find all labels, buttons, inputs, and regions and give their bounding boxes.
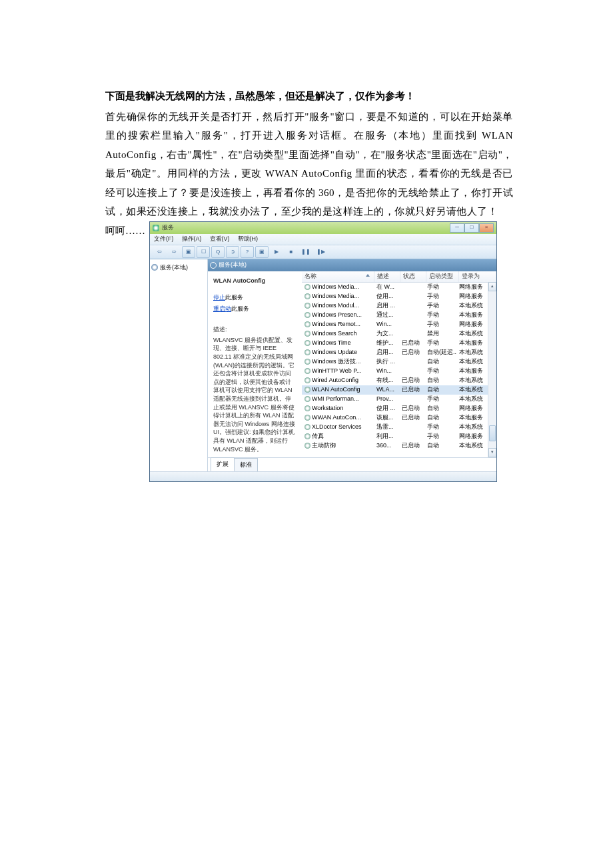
service-status: 已启动 — [399, 384, 424, 395]
restart-link[interactable]: 重启动 — [213, 305, 231, 312]
selected-service-name: WLAN AutoConfig — [213, 275, 297, 287]
gear-icon — [305, 377, 310, 383]
forward-button[interactable]: ⇨ — [167, 246, 181, 258]
menu-bar: 文件(F) 操作(A) 查看(V) 帮助(H) — [150, 234, 496, 245]
gear-icon — [305, 321, 310, 327]
gear-icon — [305, 312, 310, 318]
service-info-panel: WLAN AutoConfig 停止此服务 重启动此服务 描述: WLANSVC… — [208, 271, 302, 458]
scroll-up-button[interactable]: ▴ — [488, 282, 496, 291]
tree-pane: 服务(本地) — [150, 259, 208, 472]
restart-button[interactable]: ❚▶ — [314, 246, 327, 258]
export-button[interactable]: ➲ — [226, 246, 239, 258]
window-title: 服务 — [162, 222, 174, 233]
gear-icon — [305, 349, 310, 355]
gear-icon — [305, 340, 310, 346]
gear-icon — [305, 396, 310, 402]
back-button[interactable]: ⇦ — [153, 246, 166, 258]
right-header-label: 服务(本地) — [219, 259, 247, 271]
gear-icon — [305, 368, 310, 374]
services-window: 服务 ─ □ × 文件(F) 操作(A) 查看(V) 帮助(H) ⇦ ⇨ — [149, 221, 497, 483]
gear-icon — [305, 359, 310, 365]
help-button[interactable]: ? — [241, 246, 254, 258]
link-suffix: 此服务 — [225, 294, 243, 301]
link-suffix: 此服务 — [231, 305, 249, 312]
col-status[interactable]: 状态 — [400, 271, 426, 282]
toolbar-icon[interactable]: ☐ — [197, 246, 210, 258]
service-name: 主动防御 — [312, 440, 336, 451]
stop-button[interactable]: ■ — [285, 246, 298, 258]
menu-action[interactable]: 操作(A) — [182, 233, 202, 245]
tab-standard[interactable]: 标准 — [234, 458, 258, 471]
service-desc: 360... — [374, 440, 399, 451]
service-startup: 自动 — [424, 440, 456, 451]
gear-icon — [305, 284, 310, 290]
service-status: 已启动 — [399, 440, 424, 451]
menu-view[interactable]: 查看(V) — [210, 233, 230, 245]
scroll-thumb[interactable] — [489, 425, 496, 441]
toolbar-icon[interactable]: ▣ — [182, 246, 195, 258]
gear-icon — [305, 303, 310, 309]
scroll-down-button[interactable]: ▾ — [488, 448, 496, 457]
gear-icon — [305, 331, 310, 337]
tab-bar: 扩展 标准 — [208, 457, 496, 471]
vertical-scrollbar[interactable]: ▴ ▾ — [488, 282, 496, 458]
list-header: 名称 描述 状态 启动类型 登录为 — [302, 271, 496, 283]
pause-button[interactable]: ❚❚ — [299, 246, 312, 258]
toolbar-icon[interactable]: ▣ — [255, 246, 269, 258]
tree-item-services-local[interactable]: 服务(本地) — [151, 262, 206, 273]
gear-icon — [305, 443, 310, 449]
gear-icon — [305, 387, 310, 393]
tree-label: 服务(本地) — [160, 262, 188, 273]
refresh-button[interactable]: Q — [211, 246, 225, 258]
menu-help[interactable]: 帮助(H) — [238, 233, 259, 245]
col-desc[interactable]: 描述 — [374, 271, 400, 282]
description-label: 描述: — [213, 324, 297, 335]
right-header: 服务(本地) — [208, 259, 496, 271]
window-titlebar[interactable]: 服务 ─ □ × — [150, 222, 496, 234]
gear-icon — [305, 415, 310, 421]
doc-title: 下面是我解决无线网的方法，虽然愚笨，但还是解决了，仅作为参考！ — [105, 87, 513, 106]
col-name[interactable]: 名称 — [302, 271, 374, 282]
col-logon[interactable]: 登录为 — [459, 271, 496, 282]
tab-extended[interactable]: 扩展 — [211, 457, 235, 471]
close-button[interactable]: × — [479, 223, 494, 233]
service-status: 已启动 — [399, 347, 424, 358]
service-list: 名称 描述 状态 启动类型 登录为 Windows Media...在 W...… — [302, 271, 496, 458]
start-button[interactable]: ▶ — [270, 246, 283, 258]
minimize-button[interactable]: ─ — [450, 223, 464, 233]
gear-icon — [305, 405, 310, 411]
gear-icon — [305, 293, 310, 299]
sort-asc-icon — [366, 274, 370, 277]
service-status: 已启动 — [399, 412, 424, 423]
menu-file[interactable]: 文件(F) — [154, 233, 174, 245]
doc-body: 首先确保你的无线开关是否打开，然后打开"服务"窗口，要是不知道的，可以在开始菜单… — [105, 107, 513, 221]
status-bar — [150, 471, 496, 481]
maximize-button[interactable]: □ — [464, 223, 479, 233]
description-text: WLANSVC 服务提供配置、发现、连接、断开与 IEEE 802.11 标准定… — [213, 336, 297, 453]
stop-link[interactable]: 停止 — [213, 294, 225, 301]
doc-closing: 呵呵…… — [105, 221, 145, 241]
gear-icon — [305, 433, 310, 439]
gear-icon — [151, 264, 158, 271]
gear-icon — [305, 424, 310, 430]
toolbar: ⇦ ⇨ ▣ ☐ Q ➲ ? ▣ ▶ ■ ❚❚ ❚▶ — [150, 245, 496, 259]
service-row[interactable]: 主动防御360...已启动自动本地系统 — [302, 441, 496, 451]
col-startup[interactable]: 启动类型 — [426, 271, 459, 282]
